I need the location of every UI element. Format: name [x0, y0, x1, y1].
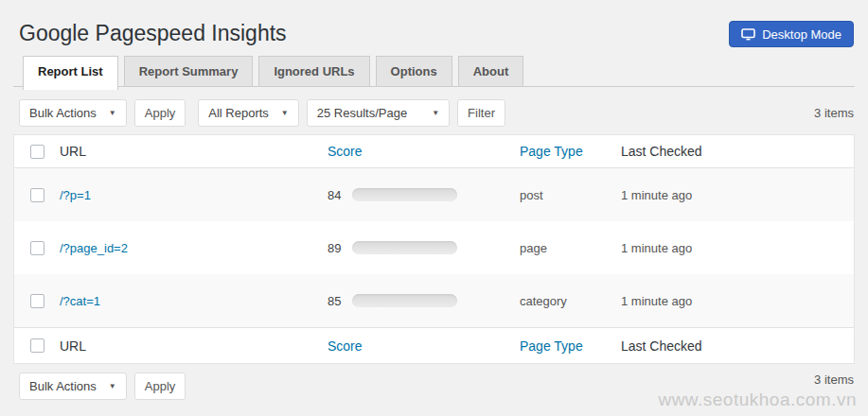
- column-footer-last-checked: Last Checked: [621, 338, 854, 354]
- score-bar: [352, 241, 457, 254]
- report-list-table: URL Score Page Type Last Checked /?p=1 8…: [13, 134, 855, 364]
- chevron-down-icon: ▼: [281, 109, 289, 117]
- chevron-down-icon: ▼: [109, 382, 116, 390]
- bulk-actions-value: Bulk Actions: [29, 379, 97, 393]
- row-checkbox[interactable]: [30, 294, 44, 308]
- report-url-link[interactable]: /?p=1: [60, 188, 328, 202]
- table-header-row: URL Score Page Type Last Checked: [14, 135, 854, 168]
- item-count-bottom: 3 items: [814, 373, 854, 387]
- page-type-value: page: [520, 241, 621, 255]
- monitor-icon: [741, 28, 755, 41]
- score-value: 84: [328, 188, 350, 202]
- report-filter-select[interactable]: All Reports ▼: [198, 99, 299, 127]
- chevron-down-icon: ▼: [432, 109, 439, 117]
- table-row: /?p=1 84 post 1 minute ago: [14, 168, 854, 221]
- score-bar: [352, 188, 457, 201]
- apply-button[interactable]: Apply: [134, 99, 186, 127]
- results-per-page-select[interactable]: 25 Results/Page ▼: [307, 99, 450, 127]
- tab-options[interactable]: Options: [376, 56, 452, 87]
- column-footer-score[interactable]: Score: [328, 338, 520, 354]
- top-toolbar: Bulk Actions ▼ Apply All Reports ▼ 25 Re…: [19, 99, 854, 127]
- tab-about[interactable]: About: [458, 56, 524, 87]
- last-checked-value: 1 minute ago: [621, 294, 854, 308]
- tab-report-list[interactable]: Report List: [23, 56, 118, 90]
- page-type-value: post: [520, 188, 621, 202]
- select-all-checkbox[interactable]: [30, 145, 44, 159]
- results-per-page-value: 25 Results/Page: [317, 106, 407, 120]
- last-checked-value: 1 minute ago: [621, 188, 854, 202]
- report-filter-value: All Reports: [208, 106, 269, 120]
- column-header-page-type[interactable]: Page Type: [520, 144, 621, 159]
- desktop-mode-label: Desktop Mode: [762, 27, 841, 42]
- score-value: 85: [328, 294, 350, 308]
- column-footer-url: URL: [60, 338, 328, 354]
- last-checked-value: 1 minute ago: [621, 241, 854, 255]
- select-all-checkbox[interactable]: [30, 338, 44, 353]
- score-value: 89: [328, 241, 350, 255]
- apply-button-bottom[interactable]: Apply: [134, 373, 186, 400]
- column-footer-page-type[interactable]: Page Type: [520, 338, 621, 354]
- column-header-score[interactable]: Score: [328, 144, 520, 159]
- table-footer-row: URL Score Page Type Last Checked: [14, 327, 854, 363]
- item-count-top: 3 items: [814, 106, 854, 120]
- row-checkbox[interactable]: [30, 241, 44, 255]
- watermark-text: www.seotukhoa.com.vn: [658, 390, 857, 410]
- report-url-link[interactable]: /?cat=1: [60, 294, 328, 308]
- pagespeed-insights-admin-page: Google Pagespeed Insights Desktop Mode R…: [0, 0, 868, 416]
- tab-ignored-urls[interactable]: Ignored URLs: [258, 56, 369, 87]
- chevron-down-icon: ▼: [109, 109, 116, 117]
- bulk-actions-select-bottom[interactable]: Bulk Actions ▼: [19, 373, 127, 400]
- page-type-value: category: [520, 294, 621, 308]
- page-header: Google Pagespeed Insights Desktop Mode: [0, 0, 868, 55]
- column-header-url: URL: [60, 144, 328, 159]
- score-bar: [352, 294, 457, 307]
- report-url-link[interactable]: /?page_id=2: [60, 241, 328, 255]
- tab-report-summary[interactable]: Report Summary: [124, 56, 254, 87]
- desktop-mode-button[interactable]: Desktop Mode: [729, 21, 854, 47]
- nav-tab-bar: Report List Report Summary Ignored URLs …: [13, 55, 855, 87]
- bulk-actions-value: Bulk Actions: [29, 106, 97, 120]
- table-row: /?page_id=2 89 page 1 minute ago: [14, 221, 854, 274]
- filter-button[interactable]: Filter: [457, 99, 505, 127]
- column-header-last-checked: Last Checked: [621, 144, 854, 159]
- table-row: /?cat=1 85 category 1 minute ago: [14, 274, 854, 327]
- row-checkbox[interactable]: [30, 188, 44, 202]
- bulk-actions-select[interactable]: Bulk Actions ▼: [19, 99, 127, 127]
